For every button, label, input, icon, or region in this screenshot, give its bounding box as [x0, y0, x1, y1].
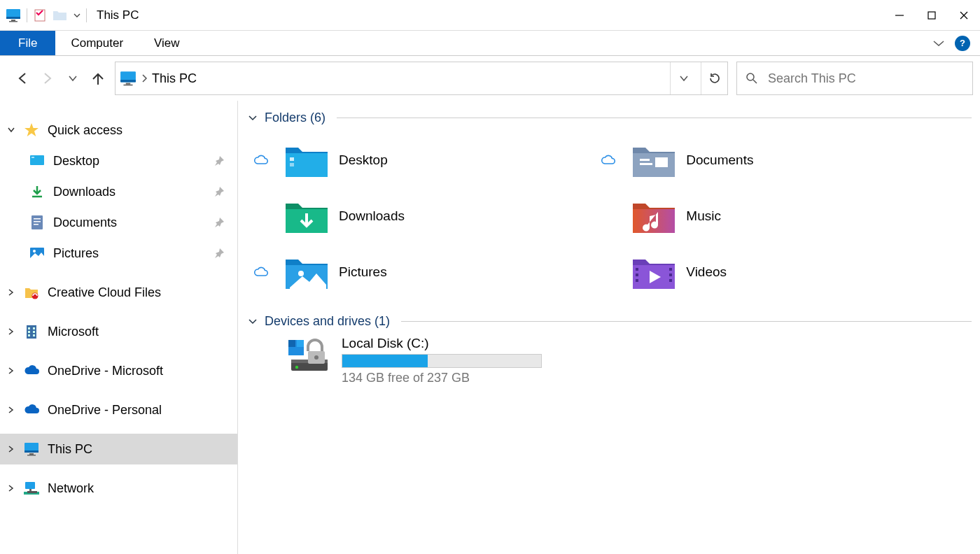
folder-downloads[interactable]: Downloads [248, 188, 595, 244]
desktop-folder-icon [284, 141, 329, 180]
expander-icon[interactable] [0, 367, 22, 375]
this-pc-icon [120, 70, 136, 87]
folder-desktop[interactable]: Desktop [248, 132, 595, 188]
sidebar-microsoft[interactable]: Microsoft [0, 316, 237, 347]
chevron-down-icon [248, 113, 258, 123]
sidebar-pictures[interactable]: Pictures [0, 238, 237, 269]
ribbon: File Computer View ? [0, 31, 980, 56]
svg-point-59 [314, 355, 318, 360]
folder-label: Desktop [339, 152, 388, 168]
folder-label: Downloads [339, 208, 405, 224]
svg-rect-47 [636, 274, 638, 276]
ribbon-collapse-icon[interactable] [932, 39, 945, 48]
breadcrumb-chevron-icon[interactable] [141, 73, 148, 83]
folder-videos[interactable]: Videos [595, 244, 942, 300]
expander-icon[interactable] [0, 327, 22, 336]
expander-icon[interactable] [0, 126, 22, 134]
sidebar-onedrive-personal[interactable]: OneDrive - Personal [0, 395, 237, 425]
divider [86, 8, 87, 22]
pictures-icon [28, 244, 46, 262]
videos-folder-icon [631, 253, 676, 292]
svg-rect-50 [669, 274, 672, 276]
svg-rect-3 [9, 21, 18, 22]
svg-rect-48 [636, 279, 638, 282]
qat-properties-icon[interactable] [33, 8, 47, 22]
devices-group-header[interactable]: Devices and drives (1) [248, 314, 972, 329]
back-button[interactable] [14, 70, 31, 87]
sidebar-downloads[interactable]: Downloads [0, 176, 237, 207]
sidebar-quick-access[interactable]: Quick access [0, 115, 237, 145]
expander-icon[interactable] [0, 288, 22, 297]
sidebar-item-label: Microsoft [48, 325, 99, 339]
ribbon-computer-tab[interactable]: Computer [55, 31, 139, 55]
drive-usage-bar [342, 354, 542, 368]
svg-rect-1 [6, 17, 20, 19]
svg-rect-35 [27, 455, 36, 456]
drive-info: Local Disk (C:) 134 GB free of 237 GB [342, 336, 542, 385]
ribbon-file-tab[interactable]: File [0, 31, 55, 55]
expander-icon[interactable] [0, 406, 22, 414]
up-button[interactable] [90, 70, 106, 87]
folder-pictures[interactable]: Pictures [248, 244, 595, 300]
sidebar-item-label: OneDrive - Personal [48, 403, 162, 418]
sidebar-network[interactable]: Network [0, 473, 237, 504]
divider [337, 118, 972, 118]
refresh-button[interactable] [701, 62, 727, 94]
qat-dropdown-icon[interactable] [74, 12, 80, 19]
titlebar-left: This PC [0, 8, 139, 23]
svg-rect-26 [28, 327, 30, 329]
folder-label: Videos [686, 264, 727, 280]
sidebar-desktop[interactable]: Desktop [0, 145, 237, 176]
star-icon [22, 121, 41, 139]
drive-name: Local Disk (C:) [342, 336, 542, 351]
maximize-button[interactable] [916, 0, 948, 31]
svg-rect-49 [669, 268, 672, 271]
sidebar-item-label: Downloads [53, 185, 115, 199]
svg-rect-57 [297, 340, 304, 347]
folders-group-header[interactable]: Folders (6) [248, 111, 972, 125]
sidebar-creative-cloud[interactable]: Creative Cloud Files [0, 277, 237, 308]
ribbon-view-tab[interactable]: View [139, 31, 195, 55]
network-icon [22, 479, 41, 497]
help-button[interactable]: ? [955, 36, 970, 51]
folder-music[interactable]: Music [595, 188, 942, 244]
recent-dropdown[interactable] [64, 70, 81, 87]
expander-icon[interactable] [0, 445, 22, 453]
folder-label: Pictures [339, 264, 387, 280]
sidebar-documents[interactable]: Documents [0, 207, 237, 238]
forward-button[interactable] [39, 70, 56, 87]
svg-rect-31 [33, 334, 35, 336]
window-controls [883, 0, 980, 31]
svg-point-45 [298, 271, 304, 276]
qat-folder-icon[interactable] [52, 9, 68, 22]
search-icon [746, 72, 758, 85]
svg-rect-12 [123, 85, 132, 86]
cloud-status-icon [248, 267, 274, 278]
svg-rect-44 [655, 157, 668, 167]
pin-icon [214, 217, 225, 228]
sidebar-item-label: Documents [53, 215, 117, 230]
pictures-folder-icon [284, 253, 329, 292]
building-icon [22, 322, 41, 341]
breadcrumb-this-pc[interactable]: This PC [152, 71, 197, 86]
window-title: This PC [97, 8, 139, 22]
svg-rect-19 [34, 218, 41, 220]
expander-icon[interactable] [0, 484, 22, 492]
group-label: Devices and drives (1) [265, 314, 390, 329]
titlebar: This PC [0, 0, 980, 31]
search-box[interactable] [736, 62, 973, 95]
music-folder-icon [631, 197, 676, 236]
drive-local-disk-c[interactable]: Local Disk (C:) 134 GB free of 237 GB [248, 336, 972, 385]
address-bar[interactable]: This PC [115, 62, 728, 95]
svg-rect-51 [669, 279, 672, 282]
minimize-button[interactable] [883, 0, 916, 31]
search-input[interactable] [768, 71, 964, 86]
address-history-dropdown[interactable] [670, 62, 696, 94]
close-button[interactable] [948, 0, 980, 31]
sidebar-onedrive-microsoft[interactable]: OneDrive - Microsoft [0, 355, 237, 386]
folder-documents[interactable]: Documents [595, 132, 942, 188]
content: Folders (6) Desktop Documen [238, 101, 980, 554]
sidebar-this-pc[interactable]: This PC [0, 434, 237, 464]
sidebar-item-label: Quick access [48, 123, 122, 138]
pin-icon [214, 155, 225, 166]
